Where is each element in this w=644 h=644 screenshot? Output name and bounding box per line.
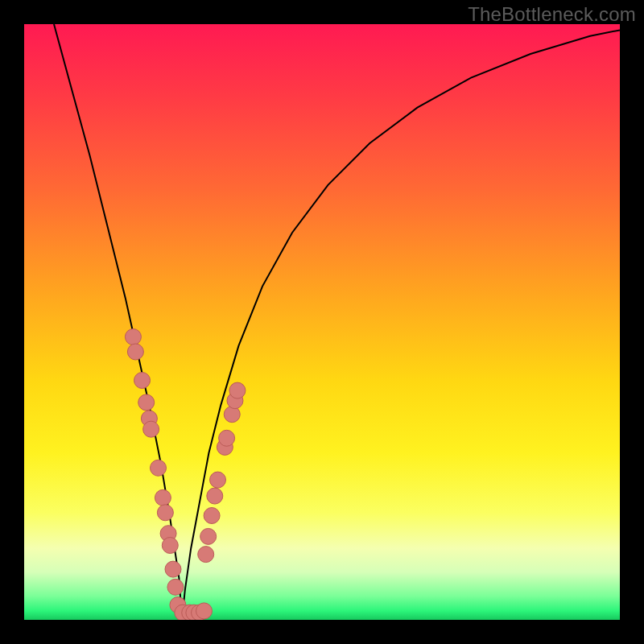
- data-marker: [165, 561, 181, 577]
- data-marker: [155, 489, 171, 506]
- data-marker: [127, 344, 143, 360]
- data-marker: [210, 472, 226, 488]
- data-marker: [134, 373, 151, 389]
- data-marker: [219, 430, 235, 446]
- data-marker: [204, 508, 220, 524]
- data-marker: [207, 488, 223, 504]
- data-marker: [151, 460, 167, 476]
- data-marker: [143, 421, 159, 437]
- plot-background: [24, 24, 620, 620]
- data-marker: [157, 505, 173, 521]
- watermark-text: TheBottleneck.com: [468, 3, 636, 26]
- data-marker: [198, 547, 214, 563]
- data-marker: [224, 407, 240, 423]
- bottleneck-chart: [0, 0, 644, 644]
- data-marker: [200, 528, 217, 544]
- chart-frame: TheBottleneck.com: [0, 0, 644, 644]
- data-marker: [167, 579, 184, 595]
- data-marker: [196, 603, 212, 619]
- data-marker: [125, 329, 141, 345]
- data-marker: [138, 394, 155, 411]
- data-marker: [229, 382, 246, 398]
- data-marker: [162, 538, 178, 554]
